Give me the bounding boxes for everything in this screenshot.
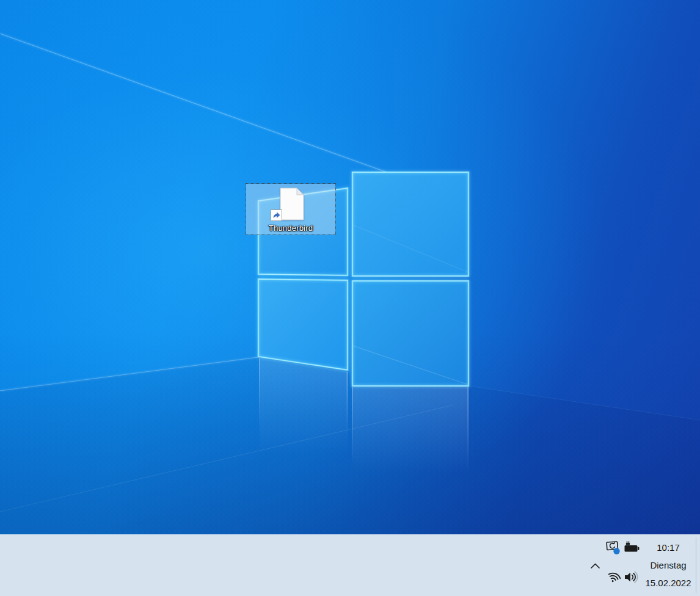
volume-tray-icon[interactable] xyxy=(622,569,640,585)
notification-badge-dot xyxy=(613,548,619,554)
desktop-icon-label: Thunderbird xyxy=(246,223,335,233)
document-icon xyxy=(280,187,304,220)
battery-tray-icon[interactable] xyxy=(622,540,640,555)
battery-charging-icon xyxy=(622,540,640,555)
clock-time: 10:17 xyxy=(657,539,680,556)
volume-icon xyxy=(622,569,640,585)
desktop: Thunderbird xyxy=(0,0,700,534)
floor-shading xyxy=(0,357,700,534)
clock-date: 15.02.2022 xyxy=(645,574,691,592)
desktop-icon-thunderbird[interactable]: Thunderbird xyxy=(246,184,335,234)
display-sync-tray-icon[interactable] xyxy=(605,540,621,556)
wallpaper xyxy=(0,0,700,534)
wifi-tray-icon[interactable] xyxy=(605,570,621,586)
taskbar-clock[interactable]: 10:17 Dienstag 15.02.2022 xyxy=(640,537,696,594)
shortcut-arrow-icon xyxy=(271,209,282,221)
show-hidden-icons-button[interactable] xyxy=(585,558,605,573)
show-desktop-button[interactable] xyxy=(696,534,700,596)
wifi-icon xyxy=(605,570,621,586)
windows-logo-artwork xyxy=(0,0,700,534)
chevron-up-icon xyxy=(590,562,600,569)
taskbar: 10:17 Dienstag 15.02.2022 xyxy=(0,534,700,596)
clock-weekday: Dienstag xyxy=(650,556,686,574)
